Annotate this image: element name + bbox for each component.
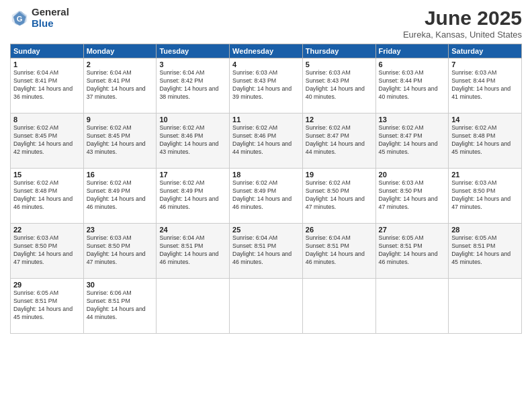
- day-detail: Sunrise: 6:02 AM Sunset: 8:48 PM Dayligh…: [13, 179, 81, 212]
- logo-general-text: General: [32, 7, 69, 18]
- page: G General Blue June 2025 Eureka, Kansas,…: [0, 0, 532, 411]
- day-number: 13: [379, 116, 446, 124]
- day-number: 11: [232, 116, 300, 124]
- calendar-cell: 18Sunrise: 6:02 AM Sunset: 8:49 PM Dayli…: [230, 169, 303, 224]
- day-detail: Sunrise: 6:03 AM Sunset: 8:44 PM Dayligh…: [451, 69, 519, 101]
- calendar-cell: 8Sunrise: 6:02 AM Sunset: 8:45 PM Daylig…: [11, 113, 84, 169]
- day-number: 8: [13, 116, 81, 124]
- calendar-cell: 21Sunrise: 6:03 AM Sunset: 8:50 PM Dayli…: [449, 169, 522, 224]
- calendar-cell: 25Sunrise: 6:04 AM Sunset: 8:51 PM Dayli…: [230, 224, 303, 279]
- calendar-week-row: 8Sunrise: 6:02 AM Sunset: 8:45 PM Daylig…: [11, 113, 522, 169]
- day-number: 1: [13, 60, 81, 68]
- calendar-cell: 26Sunrise: 6:04 AM Sunset: 8:51 PM Dayli…: [302, 224, 375, 279]
- day-detail: Sunrise: 6:03 AM Sunset: 8:44 PM Dayligh…: [379, 69, 446, 101]
- calendar-cell: 7Sunrise: 6:03 AM Sunset: 8:44 PM Daylig…: [449, 58, 522, 113]
- day-number: 7: [451, 60, 519, 68]
- day-number: 14: [451, 116, 519, 124]
- day-number: 12: [306, 116, 373, 124]
- calendar-cell: [449, 279, 522, 334]
- weekday-header: Thursday: [302, 44, 375, 58]
- calendar-cell: 9Sunrise: 6:02 AM Sunset: 8:45 PM Daylig…: [83, 113, 157, 169]
- day-detail: Sunrise: 6:05 AM Sunset: 8:51 PM Dayligh…: [13, 289, 81, 322]
- day-detail: Sunrise: 6:02 AM Sunset: 8:47 PM Dayligh…: [379, 124, 446, 156]
- day-detail: Sunrise: 6:02 AM Sunset: 8:46 PM Dayligh…: [232, 124, 300, 156]
- day-detail: Sunrise: 6:02 AM Sunset: 8:49 PM Dayligh…: [232, 179, 300, 212]
- calendar-week-row: 15Sunrise: 6:02 AM Sunset: 8:48 PM Dayli…: [11, 169, 522, 224]
- calendar-cell: 29Sunrise: 6:05 AM Sunset: 8:51 PM Dayli…: [11, 279, 84, 334]
- header: G General Blue June 2025 Eureka, Kansas,…: [10, 7, 522, 40]
- day-detail: Sunrise: 6:04 AM Sunset: 8:51 PM Dayligh…: [306, 234, 373, 267]
- calendar-cell: 11Sunrise: 6:02 AM Sunset: 8:46 PM Dayli…: [230, 113, 303, 169]
- day-number: 26: [306, 226, 373, 234]
- day-number: 4: [232, 60, 300, 68]
- day-number: 6: [379, 60, 446, 68]
- calendar-cell: 10Sunrise: 6:02 AM Sunset: 8:46 PM Dayli…: [157, 113, 230, 169]
- day-number: 22: [13, 226, 81, 234]
- day-number: 3: [159, 60, 226, 68]
- calendar-cell: 4Sunrise: 6:03 AM Sunset: 8:43 PM Daylig…: [230, 58, 303, 113]
- day-number: 20: [379, 171, 446, 179]
- day-detail: Sunrise: 6:04 AM Sunset: 8:51 PM Dayligh…: [232, 234, 300, 267]
- calendar-week-row: 1Sunrise: 6:04 AM Sunset: 8:41 PM Daylig…: [11, 58, 522, 113]
- day-detail: Sunrise: 6:02 AM Sunset: 8:50 PM Dayligh…: [306, 179, 373, 212]
- weekday-header: Friday: [375, 44, 449, 58]
- day-detail: Sunrise: 6:02 AM Sunset: 8:48 PM Dayligh…: [451, 124, 519, 156]
- day-number: 17: [159, 171, 226, 179]
- day-detail: Sunrise: 6:02 AM Sunset: 8:45 PM Dayligh…: [13, 124, 81, 156]
- day-number: 27: [379, 226, 446, 234]
- weekday-header: Saturday: [449, 44, 522, 58]
- weekday-header: Wednesday: [230, 44, 303, 58]
- day-detail: Sunrise: 6:05 AM Sunset: 8:51 PM Dayligh…: [451, 234, 519, 267]
- day-detail: Sunrise: 6:03 AM Sunset: 8:50 PM Dayligh…: [87, 234, 154, 267]
- day-detail: Sunrise: 6:02 AM Sunset: 8:46 PM Dayligh…: [159, 124, 226, 156]
- day-detail: Sunrise: 6:04 AM Sunset: 8:51 PM Dayligh…: [159, 234, 226, 267]
- day-detail: Sunrise: 6:02 AM Sunset: 8:49 PM Dayligh…: [159, 179, 226, 212]
- calendar-cell: 13Sunrise: 6:02 AM Sunset: 8:47 PM Dayli…: [375, 113, 449, 169]
- day-number: 15: [13, 171, 81, 179]
- day-number: 5: [306, 60, 373, 68]
- day-number: 23: [87, 226, 154, 234]
- calendar-cell: 19Sunrise: 6:02 AM Sunset: 8:50 PM Dayli…: [302, 169, 375, 224]
- day-detail: Sunrise: 6:04 AM Sunset: 8:41 PM Dayligh…: [87, 69, 154, 101]
- day-detail: Sunrise: 6:02 AM Sunset: 8:45 PM Dayligh…: [87, 124, 154, 156]
- month-title: June 2025: [403, 7, 522, 30]
- svg-text:G: G: [17, 14, 23, 22]
- day-detail: Sunrise: 6:03 AM Sunset: 8:50 PM Dayligh…: [379, 179, 446, 212]
- calendar-cell: 6Sunrise: 6:03 AM Sunset: 8:44 PM Daylig…: [375, 58, 449, 113]
- calendar-cell: 14Sunrise: 6:02 AM Sunset: 8:48 PM Dayli…: [449, 113, 522, 169]
- logo-text: General Blue: [32, 7, 69, 29]
- logo: G General Blue: [10, 7, 69, 29]
- day-number: 9: [87, 116, 154, 124]
- day-number: 29: [13, 281, 81, 289]
- calendar-cell: [157, 279, 230, 334]
- day-number: 16: [87, 171, 154, 179]
- weekday-header: Tuesday: [157, 44, 230, 58]
- calendar-cell: 3Sunrise: 6:04 AM Sunset: 8:42 PM Daylig…: [157, 58, 230, 113]
- calendar-cell: [302, 279, 375, 334]
- day-detail: Sunrise: 6:02 AM Sunset: 8:49 PM Dayligh…: [87, 179, 154, 212]
- calendar-cell: 16Sunrise: 6:02 AM Sunset: 8:49 PM Dayli…: [83, 169, 157, 224]
- calendar-cell: 5Sunrise: 6:03 AM Sunset: 8:43 PM Daylig…: [302, 58, 375, 113]
- day-detail: Sunrise: 6:02 AM Sunset: 8:47 PM Dayligh…: [306, 124, 373, 156]
- weekday-header: Monday: [83, 44, 157, 58]
- location: Eureka, Kansas, United States: [403, 30, 522, 40]
- day-number: 18: [232, 171, 300, 179]
- day-number: 28: [451, 226, 519, 234]
- day-detail: Sunrise: 6:05 AM Sunset: 8:51 PM Dayligh…: [379, 234, 446, 267]
- calendar-cell: [375, 279, 449, 334]
- calendar-cell: 17Sunrise: 6:02 AM Sunset: 8:49 PM Dayli…: [157, 169, 230, 224]
- calendar-cell: 27Sunrise: 6:05 AM Sunset: 8:51 PM Dayli…: [375, 224, 449, 279]
- calendar-week-row: 22Sunrise: 6:03 AM Sunset: 8:50 PM Dayli…: [11, 224, 522, 279]
- day-detail: Sunrise: 6:04 AM Sunset: 8:42 PM Dayligh…: [159, 69, 226, 101]
- calendar-week-row: 29Sunrise: 6:05 AM Sunset: 8:51 PM Dayli…: [11, 279, 522, 334]
- calendar-header-row: SundayMondayTuesdayWednesdayThursdayFrid…: [11, 44, 522, 58]
- day-detail: Sunrise: 6:03 AM Sunset: 8:43 PM Dayligh…: [232, 69, 300, 101]
- weekday-header: Sunday: [11, 44, 84, 58]
- day-number: 19: [306, 171, 373, 179]
- calendar-cell: 1Sunrise: 6:04 AM Sunset: 8:41 PM Daylig…: [11, 58, 84, 113]
- calendar-cell: [230, 279, 303, 334]
- calendar-cell: 12Sunrise: 6:02 AM Sunset: 8:47 PM Dayli…: [302, 113, 375, 169]
- calendar-cell: 2Sunrise: 6:04 AM Sunset: 8:41 PM Daylig…: [83, 58, 157, 113]
- calendar-cell: 20Sunrise: 6:03 AM Sunset: 8:50 PM Dayli…: [375, 169, 449, 224]
- day-number: 24: [159, 226, 226, 234]
